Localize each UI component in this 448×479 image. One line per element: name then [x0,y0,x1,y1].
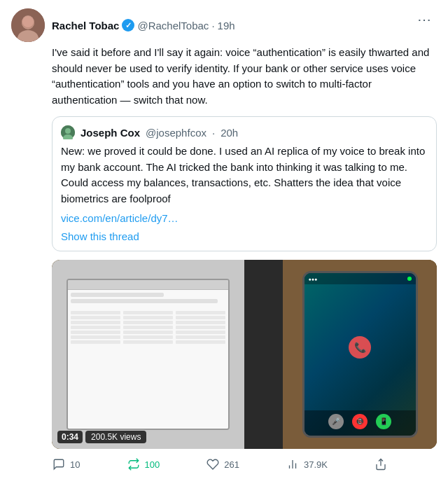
quote-show-thread-link[interactable]: Show this thread [61,230,428,242]
laptop-screen-content [68,290,229,429]
tweet-text: I've said it before and I'll say it agai… [52,45,437,108]
author-handle[interactable]: @RachelTobac [137,20,209,32]
table-row [71,321,226,324]
media-image: ●●● 📞 🎤 📵 📱 [52,260,437,449]
verified-badge: ✓ [122,19,134,32]
table-cell [176,335,225,339]
table-cell [123,326,173,329]
laptop-screen [66,279,230,430]
share-icon [374,457,388,471]
media-overlay: 0:34 200.5K views [57,431,146,443]
tablet-accept-button[interactable]: 📱 [376,414,391,429]
tweet-actions: 10 100 261 [52,449,388,479]
table-cell [123,335,173,339]
media-scene: ●●● 📞 🎤 📵 📱 [52,260,437,449]
table-cell [71,311,120,314]
dot-separator: · [211,20,214,32]
quote-link[interactable]: vice.com/en/article/dy7… [61,212,178,224]
tablet-active-indicator [407,277,412,281]
video-duration: 0:34 [57,431,83,443]
quote-avatar [61,125,75,139]
tweet-header: Rachel Tobac ✓ @RachelTobac · 19h ⋯ [11,8,437,42]
table-cell [71,326,120,329]
retweet-icon [127,457,141,471]
like-icon [206,457,220,471]
quote-author-handle: @josephfcox [146,127,206,139]
table-cell [71,316,120,319]
table-row [71,340,226,344]
share-action[interactable] [374,457,388,471]
table-row [71,331,226,334]
table-row [71,316,226,319]
author-name[interactable]: Rachel Tobac [52,20,119,32]
table-cell [123,311,173,314]
table-cell [123,331,173,334]
user-name-row: Rachel Tobac ✓ @RachelTobac · 19h [52,19,235,32]
tablet-bottom-bar: 🎤 📵 📱 [304,410,416,436]
table-cell [176,321,225,324]
call-button[interactable]: 📞 [349,336,371,359]
laptop-line [71,299,218,303]
table-area [71,311,226,345]
tweet-body: I've said it before and I'll say it agai… [52,45,437,251]
quote-header: Joseph Cox @josephfcox · 20h [61,125,428,139]
laptop-lines [71,293,226,345]
reply-action[interactable]: 10 [52,457,80,471]
retweet-action[interactable]: 100 [127,457,160,471]
table-cell [123,340,173,344]
svg-point-6 [65,128,71,134]
quote-author-name[interactable]: Joseph Cox [80,127,140,139]
reply-icon [52,457,66,471]
like-count: 261 [224,459,239,470]
analytics-icon [286,457,300,471]
avatar-image [11,8,45,42]
quote-text: New: we proved it could be done. I used … [61,144,428,207]
laptop-area [52,260,244,449]
tablet-area: ●●● 📞 🎤 📵 📱 [283,260,437,449]
tablet-screen: ●●● 📞 🎤 📵 📱 [304,273,416,436]
table-cell [71,340,120,344]
reply-count: 10 [70,459,80,470]
svg-point-4 [22,16,34,27]
tablet-end-call-button[interactable]: 📵 [352,414,368,429]
table-row [71,311,226,314]
tweet-card: Rachel Tobac ✓ @RachelTobac · 19h ⋯ I've… [0,0,448,479]
table-row [71,326,226,329]
table-cell [176,316,225,319]
laptop-line [71,293,164,297]
table-cell [176,331,225,334]
analytics-count: 37.9K [304,459,328,470]
video-views: 200.5K views [85,431,146,443]
table-cell [176,326,225,329]
table-cell [176,340,225,344]
table-cell [176,311,225,314]
like-action[interactable]: 261 [206,457,239,471]
quote-tweet[interactable]: Joseph Cox @josephfcox · 20h New: we pro… [52,116,437,251]
quote-time: 20h [220,127,238,139]
tablet-device: ●●● 📞 🎤 📵 📱 [302,271,418,438]
tablet-mute-button[interactable]: 🎤 [328,414,344,429]
quote-dot-separator: · [212,127,215,139]
table-cell [71,321,120,324]
tablet-top-bar: ●●● [304,273,416,284]
more-options-button[interactable]: ⋯ [412,8,437,31]
retweet-count: 100 [145,459,160,470]
media-container[interactable]: ●●● 📞 🎤 📵 📱 [52,260,437,449]
avatar[interactable] [11,8,45,42]
bag-area [244,260,283,449]
analytics-action[interactable]: 37.9K [286,457,328,471]
tweet-time: 19h [218,20,235,32]
tablet-content: 📞 [304,284,416,410]
user-info: Rachel Tobac ✓ @RachelTobac · 19h [52,19,235,32]
table-cell [123,316,173,319]
table-cell [123,321,173,324]
verified-icon: ✓ [122,19,134,32]
tweet-header-left: Rachel Tobac ✓ @RachelTobac · 19h [11,8,235,42]
tablet-signal-text: ●●● [309,277,318,282]
table-row [71,335,226,339]
laptop-screen-bar [68,280,229,290]
table-cell [71,335,120,339]
table-cell [71,331,120,334]
